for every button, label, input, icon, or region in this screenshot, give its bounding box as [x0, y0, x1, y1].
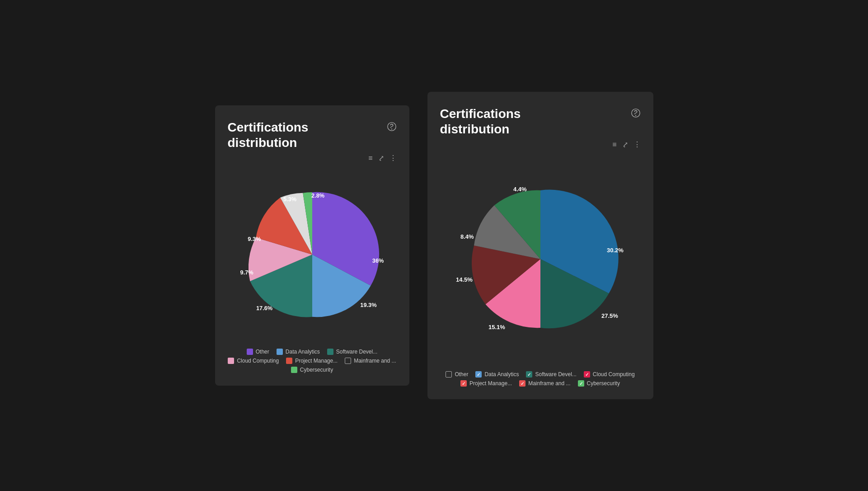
legend-label-project: Project Manage... [295, 358, 338, 364]
legend-item-mainframe: Mainframe and ... [345, 358, 396, 364]
right-legend-item-cloud: ✓ Cloud Computing [584, 371, 635, 378]
card-right-header-icon[interactable] [631, 108, 641, 120]
right-legend-color-software: ✓ [526, 371, 532, 378]
svg-text:27.5%: 27.5% [601, 312, 618, 319]
legend-color-other [247, 349, 253, 355]
legend-label-mainframe: Mainframe and ... [354, 358, 396, 364]
more-options-icon[interactable]: ⋮ [389, 154, 397, 162]
right-expand-icon[interactable]: ⤤ [622, 140, 628, 149]
expand-icon[interactable]: ⤤ [378, 154, 384, 162]
right-list-view-icon[interactable]: ≡ [612, 141, 616, 149]
svg-text:2.8%: 2.8% [311, 192, 325, 199]
svg-point-10 [635, 115, 636, 116]
right-legend-item-cybersecurity: ✓ Cybersecurity [578, 380, 620, 387]
svg-text:9.3%: 9.3% [248, 236, 261, 243]
legend-item-software: Software Devel... [327, 349, 377, 355]
right-legend-label-mainframe: Mainframe and ... [528, 380, 570, 387]
legend-label-cloud: Cloud Computing [237, 358, 279, 364]
legend-item-data-analytics: Data Analytics [277, 349, 320, 355]
legend-color-software [327, 349, 333, 355]
card-left-header: Certificationsdistribution [228, 120, 397, 150]
card-left-chart: 36% 19.3% 17.6% 9.7% 9.3% 5.3% 2.8% [228, 170, 397, 340]
right-legend-label-data-analytics: Data Analytics [484, 371, 519, 378]
svg-text:17.6%: 17.6% [256, 305, 272, 312]
svg-point-1 [391, 129, 392, 129]
card-right-chart: 30.2% 27.5% 15.1% 14.5% 8.4% 4.4% [440, 156, 641, 362]
right-legend-item-other: Other [446, 371, 468, 378]
card-right: Certificationsdistribution ≡ ⤤ ⋮ [427, 92, 653, 399]
right-legend-item-data-analytics: ✓ Data Analytics [475, 371, 519, 378]
right-legend-label-cloud: Cloud Computing [593, 371, 635, 378]
right-legend-item-software: ✓ Software Devel... [526, 371, 576, 378]
right-legend-color-project: ✓ [460, 380, 467, 387]
right-legend-label-cybersecurity: Cybersecurity [587, 380, 620, 387]
legend-label-cybersecurity: Cybersecurity [300, 367, 333, 373]
card-right-header: Certificationsdistribution [440, 106, 641, 137]
legend-color-cloud [228, 358, 234, 364]
svg-text:8.4%: 8.4% [460, 233, 474, 240]
legend-label-software: Software Devel... [336, 349, 377, 355]
right-legend-color-mainframe: ✓ [519, 380, 525, 387]
right-legend-color-data-analytics: ✓ [475, 371, 482, 378]
legend-item-cybersecurity: Cybersecurity [291, 367, 333, 373]
right-legend-label-software: Software Devel... [535, 371, 576, 378]
svg-text:19.3%: 19.3% [360, 302, 377, 308]
svg-text:15.1%: 15.1% [488, 324, 505, 330]
right-legend-label-project: Project Manage... [469, 380, 512, 387]
svg-text:4.4%: 4.4% [513, 186, 527, 193]
svg-text:36%: 36% [372, 257, 384, 264]
right-legend-item-mainframe: ✓ Mainframe and ... [519, 380, 570, 387]
card-right-legend: Other ✓ Data Analytics ✓ Software Devel.… [440, 371, 641, 387]
legend-item-other: Other [247, 349, 269, 355]
right-legend-item-project: ✓ Project Manage... [460, 380, 512, 387]
legend-item-project: Project Manage... [286, 358, 338, 364]
card-left-legend: Other Data Analytics Software Devel... C… [228, 349, 397, 373]
right-legend-color-cybersecurity: ✓ [578, 380, 584, 387]
card-left-toolbar: ≡ ⤤ ⋮ [228, 154, 397, 162]
legend-label-data-analytics: Data Analytics [286, 349, 320, 355]
legend-color-cybersecurity [291, 367, 297, 373]
list-view-icon[interactable]: ≡ [368, 154, 372, 162]
legend-color-mainframe [345, 358, 351, 364]
right-legend-color-other [446, 371, 452, 378]
card-left-header-icon[interactable] [387, 122, 397, 134]
right-more-options-icon[interactable]: ⋮ [633, 140, 641, 149]
right-legend-color-cloud: ✓ [584, 371, 590, 378]
legend-color-project [286, 358, 292, 364]
card-right-toolbar: ≡ ⤤ ⋮ [440, 140, 641, 149]
legend-item-cloud: Cloud Computing [228, 358, 279, 364]
card-right-title: Certificationsdistribution [440, 106, 521, 137]
svg-text:9.7%: 9.7% [240, 269, 253, 276]
svg-text:5.3%: 5.3% [283, 196, 297, 203]
card-left-title: Certificationsdistribution [228, 120, 309, 150]
legend-color-data-analytics [277, 349, 283, 355]
legend-label-other: Other [256, 349, 269, 355]
right-legend-label-other: Other [455, 371, 468, 378]
card-left: Certificationsdistribution ≡ ⤤ ⋮ [215, 105, 409, 386]
svg-text:14.5%: 14.5% [456, 276, 473, 283]
svg-text:30.2%: 30.2% [607, 247, 624, 254]
